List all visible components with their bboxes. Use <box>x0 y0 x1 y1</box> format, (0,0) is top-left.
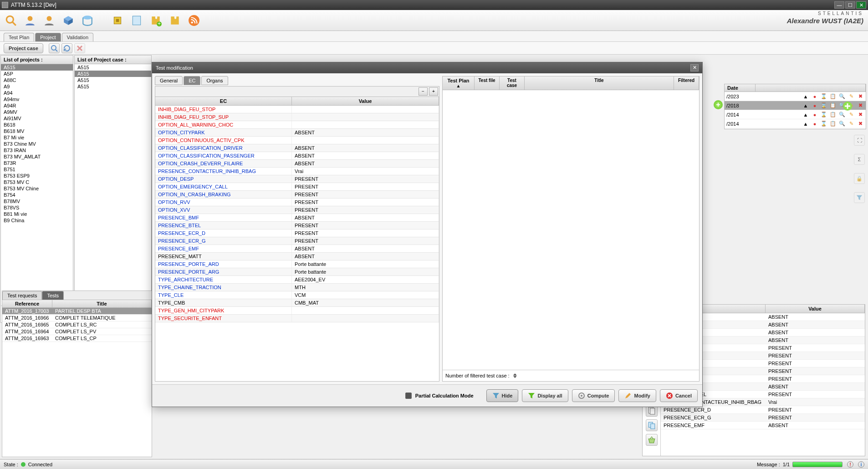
col-testcase[interactable]: Test case <box>500 76 525 90</box>
puzzle-plus-icon[interactable]: + <box>148 13 163 28</box>
add-date-button-outer[interactable] <box>842 101 853 112</box>
case-item[interactable]: A515 <box>75 77 151 83</box>
value-row[interactable]: PRESENCE_ECR_DPRESENT <box>661 406 865 414</box>
ec-row[interactable]: OPTION_CRASH_DEVERR_FILAIREABSENT <box>155 160 439 168</box>
side-expand-icon[interactable]: ⛶ <box>854 135 865 146</box>
project-item[interactable]: A94mv <box>1 96 73 102</box>
project-item[interactable]: Ai91MV <box>1 115 73 122</box>
expand-button[interactable]: + <box>429 87 438 96</box>
value-copy-icon[interactable] <box>646 419 658 431</box>
subtab-project-case[interactable]: Project case <box>4 43 43 53</box>
project-item[interactable]: B751 <box>1 166 73 173</box>
case-item[interactable]: A515 <box>75 83 151 90</box>
side-filter-icon[interactable] <box>854 192 865 203</box>
box-icon[interactable] <box>61 13 76 28</box>
project-item[interactable]: B618 MV <box>1 128 73 134</box>
project-item[interactable]: B618 <box>1 122 73 128</box>
rss-icon[interactable] <box>187 13 201 28</box>
ec-row[interactable]: OPTION_DESPPRESENT <box>155 175 439 183</box>
maximize-button[interactable]: ☐ <box>845 1 855 9</box>
dialog-close-button[interactable]: ✕ <box>690 64 699 71</box>
cases-list[interactable]: A515A515A515A515 <box>75 64 151 322</box>
puzzle-icon[interactable] <box>168 13 182 28</box>
project-item[interactable]: A94 <box>1 90 73 96</box>
value-col-header[interactable]: Value <box>292 97 439 105</box>
display-all-button[interactable]: Display all <box>522 389 568 402</box>
ec-row[interactable]: OPTION_CITYPARKABSENT <box>155 129 439 137</box>
ec-row[interactable]: PRESENCE_MATTABSENT <box>155 253 439 260</box>
project-item[interactable]: B73 MV_AMLAT <box>1 153 73 160</box>
project-item[interactable]: B78VS <box>1 204 73 211</box>
project-item[interactable]: B753 ESP9 <box>1 173 73 179</box>
date-col-header[interactable]: Date <box>725 84 756 92</box>
cancel-button[interactable]: Cancel <box>660 389 698 402</box>
test-row[interactable]: ATTM_2016_16965COMPLET LS_RC <box>2 321 152 328</box>
ec-row[interactable]: PRESENCE_PORTE_ARGPorte battante <box>155 268 439 276</box>
value-basket-icon[interactable] <box>646 434 658 446</box>
ec-row[interactable]: PRESENCE_EMFABSENT <box>155 245 439 253</box>
ec-row[interactable]: OPTION_ALL_WARNING_CHOC <box>155 121 439 129</box>
col-title[interactable]: Title <box>525 76 674 90</box>
value-col-value[interactable]: Value <box>766 305 865 313</box>
status-error-icon[interactable]: ! <box>847 461 853 468</box>
ec-table-body[interactable]: INHIB_DIAG_FEU_STOPINHIB_DIAG_FEU_STOP_S… <box>155 106 439 381</box>
side-lock-icon[interactable]: 🔒 <box>854 173 865 184</box>
refresh-icon[interactable] <box>61 43 72 53</box>
project-item[interactable]: B73 IRAN <box>1 147 73 153</box>
add-date-button[interactable]: + <box>714 100 723 109</box>
project-item[interactable]: A9 <box>1 83 73 90</box>
compute-button[interactable]: Compute <box>572 389 615 402</box>
ec-row[interactable]: PRESENCE_BTELPRESENT <box>155 222 439 229</box>
value-row[interactable]: PRESENCE_ECR_GPRESENT <box>661 414 865 422</box>
test-row[interactable]: ATTM_2016_16966COMPLET TELEMATIQUE <box>2 315 152 321</box>
project-item[interactable]: B78MV <box>1 198 73 204</box>
search-icon[interactable] <box>4 13 18 28</box>
project-item[interactable]: B9 China <box>1 217 73 224</box>
project-item[interactable]: A515 <box>1 64 73 71</box>
note-icon[interactable] <box>129 13 144 28</box>
tab-tests[interactable]: Tests <box>42 291 64 300</box>
project-item[interactable]: B753 MV Chine <box>1 185 73 192</box>
ec-row[interactable]: PRESENCE_PORTE_ARDPorte battante <box>155 260 439 268</box>
modal-tab-general[interactable]: General <box>155 76 183 85</box>
test-row[interactable]: ATTM_2016_17003PARTIEL DESP BTA <box>2 308 152 315</box>
case-item[interactable]: A515 <box>75 71 151 77</box>
ec-row[interactable]: OPTION_RVVPRESENT <box>155 199 439 206</box>
tests-body[interactable]: ATTM_2016_17003PARTIEL DESP BTAATTM_2016… <box>2 308 152 457</box>
ec-row[interactable]: PRESENCE_ECR_GPRESENT <box>155 237 439 245</box>
date-row[interactable]: /2014▲●⌛📋🔍✎✖ <box>725 119 866 128</box>
ec-row[interactable]: PRESENCE_CONTACTEUR_INHIB_RBAGVrai <box>155 168 439 175</box>
tests-col-title[interactable]: Title <box>52 300 152 307</box>
ec-row[interactable]: PRESENCE_ECR_DPRESENT <box>155 229 439 237</box>
ec-row[interactable]: OPTION_CONTINUOUS_ACTIV_CPK <box>155 137 439 144</box>
zoom-icon[interactable] <box>49 43 60 53</box>
ec-row[interactable]: OPTION_XVVPRESENT <box>155 206 439 214</box>
modify-button[interactable]: Modify <box>618 389 656 402</box>
user2-icon[interactable] <box>42 13 56 28</box>
col-testfile[interactable]: Test file <box>475 76 500 90</box>
user-icon[interactable] <box>23 13 37 28</box>
project-item[interactable]: A88C <box>1 77 73 83</box>
ec-row[interactable]: OPTION_CLASSIFICATION_DRIVERABSENT <box>155 144 439 152</box>
ec-row[interactable]: INHIB_DIAG_FEU_STOP_SUP <box>155 113 439 121</box>
projects-list[interactable]: A515A5PA88CA9A94A94mvA94RA9MVAi91MVB618B… <box>1 64 73 306</box>
tab-validation[interactable]: Validation <box>62 33 94 41</box>
close-button[interactable]: ✕ <box>856 1 866 9</box>
tab-testplan[interactable]: Test Plan <box>4 33 34 41</box>
ec-row[interactable]: TYPE_ARCHITECTUREAEE2004_EV <box>155 276 439 284</box>
test-row[interactable]: ATTM_2016_16963COMPLET LS_CP <box>2 335 152 342</box>
project-item[interactable]: B81 Mi vie <box>1 211 73 217</box>
modal-tab-organs[interactable]: Organs <box>201 76 228 85</box>
project-item[interactable]: B73 Chine MV <box>1 141 73 147</box>
ec-row[interactable]: TYPE_CHAINE_TRACTIONMTH <box>155 284 439 291</box>
modal-tab-ec[interactable]: EC <box>184 76 200 85</box>
ec-row[interactable]: INHIB_DIAG_FEU_STOP <box>155 106 439 113</box>
ec-row[interactable]: TYPE_GEN_HMI_CITYPARK <box>155 307 439 315</box>
collapse-button[interactable]: − <box>419 87 428 96</box>
status-info-icon[interactable]: i <box>858 461 864 468</box>
partial-mode-checkbox[interactable] <box>405 393 412 399</box>
test-row[interactable]: ATTM_2016_16964COMPLET LS_PV <box>2 328 152 335</box>
project-item[interactable]: A9MV <box>1 109 73 115</box>
ec-row[interactable]: TYPE_SECURITE_ENFANT <box>155 315 439 322</box>
project-item[interactable]: B73R <box>1 160 73 166</box>
